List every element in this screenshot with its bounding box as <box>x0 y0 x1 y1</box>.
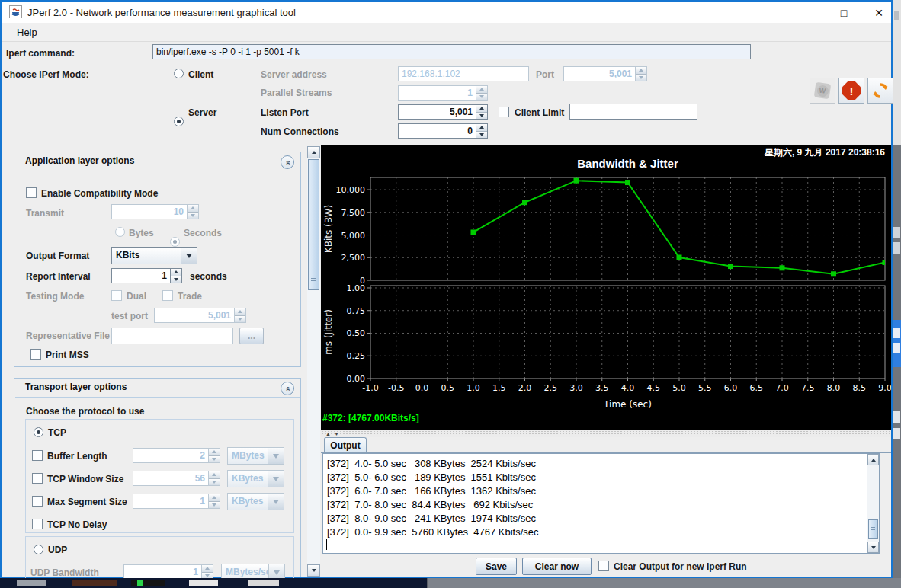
scroll-down-icon[interactable] <box>867 542 879 553</box>
output-lines: [372] 4.0- 5.0 sec 308 KBytes 2524 Kbits… <box>327 457 864 539</box>
taskbar[interactable] <box>0 578 901 588</box>
svg-text:2.0: 2.0 <box>518 383 532 393</box>
svg-text:4.5: 4.5 <box>647 383 661 393</box>
divider-collapse-up-icon[interactable]: ▲ <box>325 430 331 437</box>
taskbar-icon[interactable] <box>131 580 165 586</box>
combo-arrow-icon[interactable] <box>181 248 197 264</box>
menu-bar: Help <box>2 23 891 42</box>
taskbar-icon[interactable] <box>17 580 46 586</box>
enable-compatibility-checkbox[interactable] <box>26 187 37 198</box>
output-scrollbar[interactable] <box>867 454 879 553</box>
buffer-length-unit-combobox: MBytes <box>227 447 284 465</box>
svg-text:7.0: 7.0 <box>775 383 789 393</box>
title-bar: JPerf 2.0 - Network performance measurem… <box>2 2 891 23</box>
num-connections-spinner[interactable]: 0 <box>398 123 476 139</box>
command-panel: Iperf command: bin/iperf.exe -s -P 0 -i … <box>2 42 891 145</box>
output-line: [372] 5.0- 6.0 sec 189 KBytes 1551 Kbits… <box>327 471 864 484</box>
print-mss-checkbox[interactable] <box>30 349 41 360</box>
num-connections-label: Num Connections <box>261 126 339 137</box>
max-segment-checkbox[interactable] <box>32 496 43 507</box>
report-interval-spinner[interactable]: 1 <box>111 268 171 283</box>
svg-text:1.00: 1.00 <box>347 283 366 293</box>
save-button[interactable]: Save <box>476 558 517 575</box>
representative-file-label: Representative File <box>26 331 110 341</box>
client-limit-input[interactable] <box>569 104 697 120</box>
server-radio[interactable] <box>174 117 184 126</box>
transmit-spinner-buttons <box>188 204 199 219</box>
application-layer-panel: Application layer options » Enable Compa… <box>14 152 301 367</box>
svg-text:5.0: 5.0 <box>672 383 686 393</box>
desktop-icon-fragment <box>893 343 900 353</box>
close-icon[interactable]: ✕ <box>867 5 891 21</box>
run-iperf-button: W <box>810 78 835 104</box>
client-radio[interactable] <box>174 69 184 78</box>
udp-radio[interactable] <box>34 545 43 554</box>
buffer-length-checkbox[interactable] <box>32 450 43 461</box>
parallel-streams-label: Parallel Streams <box>261 88 332 98</box>
restart-iperf-button[interactable] <box>867 78 893 104</box>
clear-output-checkbox[interactable] <box>598 561 609 571</box>
listen-port-label: Listen Port <box>261 107 309 118</box>
iperf-command-input[interactable]: bin/iperf.exe -s -P 0 -i 1 -p 5001 -f k <box>152 44 751 59</box>
svg-text:5.5: 5.5 <box>698 383 712 393</box>
tcp-window-unit-combobox: KBytes <box>227 470 284 487</box>
tcp-window-checkbox[interactable] <box>32 473 43 484</box>
udp-bandwidth-spinner: 1 <box>123 564 202 580</box>
trade-checkbox <box>162 290 173 301</box>
taskbar-segment[interactable] <box>427 578 901 588</box>
print-mss-label: Print MSS <box>46 350 89 360</box>
scroll-up-icon[interactable] <box>307 146 320 158</box>
listen-port-spinner-buttons[interactable] <box>476 104 488 120</box>
taskbar-icon[interactable] <box>248 580 279 586</box>
scroll-up-icon[interactable] <box>867 454 879 465</box>
client-limit-checkbox[interactable] <box>499 107 509 117</box>
svg-text:KBits (BW): KBits (BW) <box>323 205 334 253</box>
num-connections-spinner-buttons[interactable] <box>476 123 488 139</box>
combo-arrow-icon <box>268 471 284 487</box>
scroll-down-icon[interactable] <box>307 564 320 577</box>
window-title: JPerf 2.0 - Network performance measurem… <box>27 7 296 18</box>
collapse-transport-panel-button[interactable]: » <box>281 382 294 395</box>
svg-text:0.50: 0.50 <box>347 328 366 338</box>
minimize-icon[interactable]: – <box>796 5 820 21</box>
menu-help[interactable]: Help <box>14 26 40 39</box>
svg-text:1.5: 1.5 <box>492 383 506 393</box>
stop-iperf-button[interactable]: ! <box>838 78 864 104</box>
desktop-sliver <box>893 0 901 578</box>
output-textarea[interactable]: [372] 4.0- 5.0 sec 308 KBytes 2524 Kbits… <box>322 453 880 554</box>
tcp-radio-label: TCP <box>48 427 66 438</box>
server-radio-label: Server <box>188 107 216 118</box>
bytes-radio-label: Bytes <box>129 228 154 238</box>
tcp-no-delay-checkbox[interactable] <box>32 519 43 529</box>
scrollbar-thumb[interactable] <box>868 519 878 539</box>
tab-output[interactable]: Output <box>324 437 367 452</box>
report-interval-spinner-buttons[interactable] <box>171 268 182 283</box>
split-divider[interactable]: ▲ ▼ <box>321 430 891 437</box>
svg-text:1.0: 1.0 <box>467 383 480 393</box>
max-segment-spinner-buttons <box>209 494 220 509</box>
scrollbar-thumb[interactable] <box>308 159 319 290</box>
taskbar-icon[interactable] <box>72 580 117 586</box>
listen-port-spinner[interactable]: 5,001 <box>398 104 476 120</box>
taskbar-icon[interactable] <box>189 580 218 586</box>
client-radio-label: Client <box>188 69 213 80</box>
parallel-streams-spinner: 1 <box>398 85 476 101</box>
maximize-icon[interactable]: □ <box>832 5 856 21</box>
bandwidth-jitter-plot: 02,5005,0007,50010,000KBits (BW)0.000.25… <box>321 145 891 430</box>
tcp-radio[interactable] <box>34 427 43 437</box>
output-line: [372] 7.0- 8.0 sec 84.4 KBytes 692 Kbits… <box>327 498 864 512</box>
clear-now-button[interactable]: Clear now <box>522 558 592 575</box>
svg-text:0.0: 0.0 <box>415 383 429 393</box>
options-scrollbar[interactable] <box>307 146 320 577</box>
chart-title: Bandwidth & Jitter <box>370 157 885 170</box>
taskbar-separator <box>563 578 563 588</box>
dual-label: Dual <box>127 291 146 302</box>
w-badge-icon: W <box>814 82 832 100</box>
output-format-combobox[interactable]: KBits <box>111 247 197 264</box>
tcp-window-label: TCP Window Size <box>47 474 123 484</box>
collapse-application-panel-button[interactable]: » <box>281 155 294 169</box>
svg-text:6.5: 6.5 <box>750 383 764 393</box>
transport-layer-title: Transport layer options <box>25 382 127 392</box>
desktop-icon-fragment <box>894 11 899 20</box>
divider-collapse-down-icon[interactable]: ▼ <box>334 430 339 437</box>
